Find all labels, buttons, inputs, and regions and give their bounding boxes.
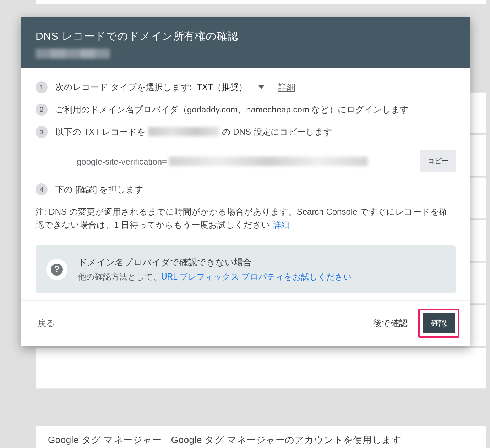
dns-note-details-link[interactable]: 詳細 xyxy=(273,220,290,229)
copy-button[interactable]: コピー xyxy=(420,150,456,172)
txt-record-field[interactable]: google-site-verification= xyxy=(75,150,415,172)
verify-button[interactable]: 確認 xyxy=(423,313,455,333)
dialog-body: 次のレコード タイプを選択します: TXT（推奨） 詳細 ご利用のドメイン名プロ… xyxy=(21,68,470,300)
verify-ownership-dialog: DNS レコードでのドメイン所有権の確認 次のレコード タイプを選択します: T… xyxy=(21,17,470,346)
info-text-block: ドメイン名プロバイダで確認できない場合 他の確認方法として、URL プレフィック… xyxy=(78,255,352,283)
step-2: ご利用のドメイン名プロバイダ（godaddy.com、namecheap.com… xyxy=(36,103,456,116)
step-1: 次のレコード タイプを選択します: TXT（推奨） 詳細 xyxy=(36,81,456,94)
chevron-down-icon xyxy=(258,85,264,89)
background-row xyxy=(36,0,486,4)
url-prefix-property-link[interactable]: URL プレフィックス プロパティをお試しください xyxy=(161,272,352,281)
verify-later-button[interactable]: 後で確認 xyxy=(367,314,414,332)
question-mark-icon: ? xyxy=(51,264,63,276)
background-row xyxy=(36,348,486,389)
info-title: ドメイン名プロバイダで確認できない場合 xyxy=(78,255,352,269)
dns-note: 注: DNS の変更が適用されるまでに時間がかかる場合があります。Search … xyxy=(36,205,456,231)
dialog-title: DNS レコードでのドメイン所有権の確認 xyxy=(36,29,456,44)
step4-text: 下の [確認] を押します xyxy=(55,184,143,194)
verify-button-highlight: 確認 xyxy=(418,309,459,338)
txt-record-value-redacted xyxy=(169,157,368,166)
step3-domain-redacted xyxy=(148,127,219,136)
step1-label: 次のレコード タイプを選択します: xyxy=(55,81,192,94)
txt-record-prefix: google-site-verification= xyxy=(77,155,167,168)
record-type-selected-value: TXT（推奨） xyxy=(197,81,247,94)
alternate-verification-info: ? ドメイン名プロバイダで確認できない場合 他の確認方法として、URL プレフィ… xyxy=(36,245,456,293)
dns-note-text: 注: DNS の変更が適用されるまでに時間がかかる場合があります。Search … xyxy=(36,207,448,229)
dialog-header: DNS レコードでのドメイン所有権の確認 xyxy=(21,17,470,68)
background-footer-text: Google タグ マネージャー Google タグ マネージャーのアカウントを… xyxy=(48,434,401,446)
domain-name-redacted xyxy=(36,49,110,59)
help-icon-wrap: ? xyxy=(46,259,67,280)
info-sub-prefix: 他の確認方法として、 xyxy=(78,272,161,281)
step3-suffix: の DNS 設定にコピーします xyxy=(219,127,332,137)
steps-list: 次のレコード タイプを選択します: TXT（推奨） 詳細 ご利用のドメイン名プロ… xyxy=(36,81,456,196)
dialog-actions: 戻る 後で確認 確認 xyxy=(21,300,470,346)
record-type-select[interactable]: TXT（推奨） xyxy=(197,81,264,94)
step1-details-link[interactable]: 詳細 xyxy=(278,81,295,94)
step-3: 以下の TXT レコードを の DNS 設定にコピーします google-sit… xyxy=(36,125,456,172)
step2-text: ご利用のドメイン名プロバイダ（godaddy.com、namecheap.com… xyxy=(55,105,409,114)
back-button[interactable]: 戻る xyxy=(36,315,57,332)
step3-prefix: 以下の TXT レコードを xyxy=(55,127,148,137)
step-4: 下の [確認] を押します xyxy=(36,183,456,196)
